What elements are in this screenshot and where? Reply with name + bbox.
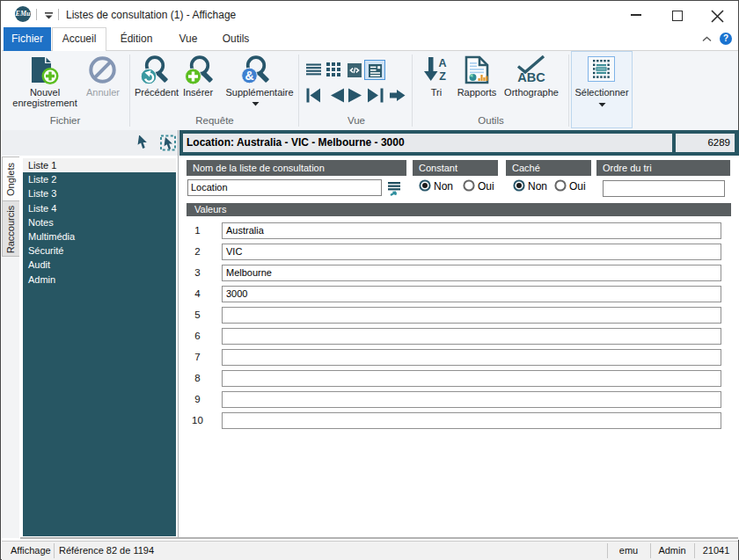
svg-text:&: &: [245, 69, 253, 83]
svg-text:Z: Z: [439, 70, 446, 83]
svg-text:A: A: [438, 57, 446, 69]
svg-text:ABC: ABC: [517, 70, 545, 84]
